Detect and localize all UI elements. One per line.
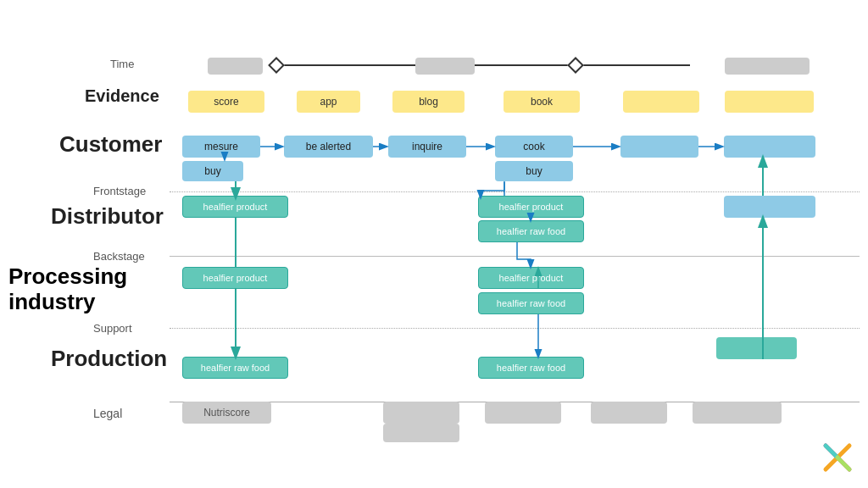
evidence-label: Evidence [85, 86, 159, 106]
timeline-box-left [208, 58, 263, 75]
evidence-app: app [297, 91, 360, 113]
customer-be-alerted: be alerted [284, 136, 373, 158]
support-label: Support [93, 322, 132, 335]
evidence-5 [623, 91, 699, 113]
customer-label: Customer [59, 131, 162, 158]
support-line [170, 328, 860, 329]
dist-raw-food: healfier raw food [478, 220, 584, 242]
customer-cook: cook [495, 136, 573, 158]
frontstage-label: Frontstage [93, 185, 146, 197]
dist-product-2: healfier product [478, 196, 584, 218]
legal-label: Legal [93, 407, 122, 420]
logo [822, 442, 853, 473]
prod-raw-food-1: healfier raw food [182, 357, 288, 379]
dist-product-1: healfier product [182, 196, 288, 218]
proc-product-1: healfier product [182, 267, 288, 289]
dist-6 [724, 196, 815, 218]
production-label: Production [51, 346, 167, 372]
prod-green [716, 337, 797, 359]
proc-raw-food: healfier raw food [478, 292, 584, 314]
customer-buy-1: buy [182, 161, 243, 181]
timeline-bar [271, 64, 690, 66]
timeline-box-right [725, 58, 810, 75]
customer-6 [724, 136, 815, 158]
timeline-box-mid [415, 58, 475, 75]
processing-label: Processingindustry [8, 264, 127, 315]
customer-inquire: inquire [388, 136, 466, 158]
legal-4 [485, 402, 561, 424]
backstage-label: Backstage [93, 250, 145, 263]
evidence-6 [725, 91, 814, 113]
customer-mesure: mesure [182, 136, 260, 158]
svg-line-17 [826, 446, 837, 458]
legal-nutriscore: Nutriscore [182, 402, 271, 424]
diagram: Time Evidence score app blog book Custom… [0, 0, 868, 488]
evidence-score: score [188, 91, 264, 113]
proc-product-2: healfier product [478, 267, 584, 289]
timeline-diamond-right [567, 57, 584, 74]
distributor-label: Distributor [51, 203, 164, 230]
timeline-diamond-left [268, 57, 285, 74]
svg-line-18 [837, 458, 849, 469]
legal-5 [591, 402, 667, 424]
prod-raw-food-2: healfier raw food [478, 357, 584, 379]
legal-3 [383, 424, 459, 442]
legal-2 [383, 402, 459, 424]
customer-buy-2: buy [495, 161, 573, 181]
backstage-line [170, 256, 860, 257]
legal-6 [693, 402, 782, 424]
time-label: Time [110, 58, 134, 70]
customer-5 [620, 136, 698, 158]
evidence-book: book [504, 91, 580, 113]
frontstage-line [170, 191, 860, 192]
evidence-blog: blog [392, 91, 465, 113]
